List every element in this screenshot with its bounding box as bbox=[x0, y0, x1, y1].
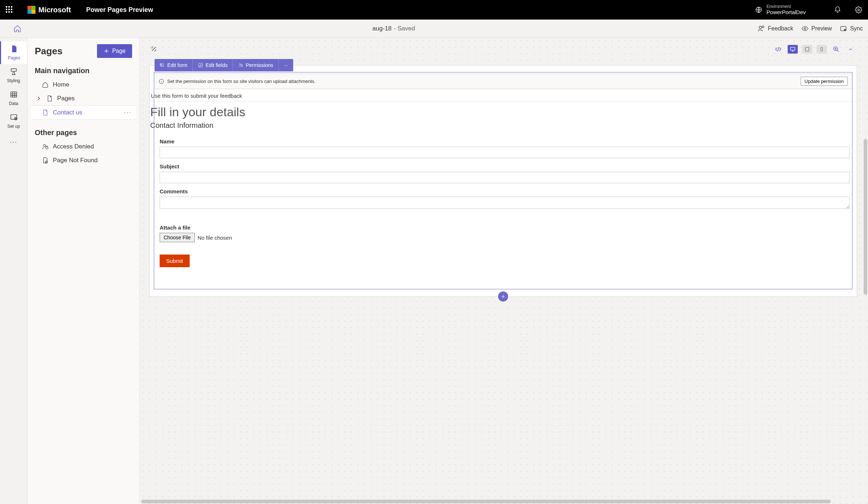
feedback-label: Feedback bbox=[768, 25, 793, 32]
page-outline-icon bbox=[46, 95, 53, 102]
environment-label: Environment bbox=[767, 4, 806, 9]
section-other-pages: Other pages bbox=[31, 125, 136, 140]
form-context-toolbar: Edit form Edit fields Permissions ··· bbox=[155, 59, 293, 71]
section-main-nav: Main navigation bbox=[31, 63, 136, 78]
svg-rect-12 bbox=[46, 147, 48, 149]
code-icon bbox=[775, 46, 781, 52]
edit-form-label: Edit form bbox=[167, 62, 187, 68]
edit-fields-label: Edit fields bbox=[206, 62, 228, 68]
rail-item-styling[interactable]: Styling bbox=[0, 64, 27, 87]
zoom-dropdown-button[interactable] bbox=[846, 45, 856, 54]
tree-label: Contact us bbox=[53, 109, 82, 116]
tree-item-access-denied[interactable]: Access Denied bbox=[31, 140, 136, 154]
rail-label: Set up bbox=[0, 124, 27, 129]
preview-button[interactable]: Preview bbox=[801, 25, 832, 32]
tree-item-pages[interactable]: Pages bbox=[31, 92, 136, 105]
page-canvas[interactable]: Edit form Edit fields Permissions ··· Se… bbox=[149, 65, 857, 297]
label-attach: Attach a file bbox=[160, 224, 850, 231]
no-file-text: No file chosen bbox=[198, 235, 232, 241]
permissions-label: Permissions bbox=[246, 62, 273, 68]
rail-item-pages[interactable]: Pages bbox=[0, 41, 27, 64]
svg-rect-19 bbox=[160, 65, 162, 66]
rail-item-more[interactable]: ··· bbox=[0, 135, 27, 150]
tree-item-page-not-found[interactable]: Page Not Found bbox=[31, 154, 136, 167]
input-name[interactable] bbox=[160, 147, 850, 158]
tree-item-more-icon[interactable]: ··· bbox=[124, 109, 131, 116]
panel-title: Pages bbox=[35, 46, 63, 57]
vertical-scrollbar[interactable] bbox=[864, 139, 867, 295]
tree-label: Access Denied bbox=[53, 143, 94, 150]
input-comments[interactable] bbox=[160, 197, 850, 209]
tree-item-contact-us[interactable]: Contact us ··· bbox=[31, 105, 136, 120]
main-area: Pages Styling Data Set up ··· Pages Page… bbox=[0, 38, 868, 504]
settings-icon[interactable] bbox=[855, 6, 862, 13]
rail-label: Pages bbox=[1, 55, 27, 60]
sync-label: Sync bbox=[850, 25, 863, 32]
zoom-button[interactable] bbox=[831, 45, 841, 54]
tree-label: Page Not Found bbox=[53, 157, 98, 164]
mobile-view-button[interactable] bbox=[817, 45, 827, 54]
person-lock-icon bbox=[42, 143, 49, 150]
plus-icon bbox=[104, 48, 109, 54]
canvas-area: Edit form Edit fields Permissions ··· Se… bbox=[140, 38, 868, 504]
label-subject: Subject bbox=[160, 163, 850, 169]
form-toolbar-more[interactable]: ··· bbox=[279, 59, 293, 71]
notifications-icon[interactable] bbox=[834, 6, 841, 13]
edit-form-button[interactable]: Edit form bbox=[155, 59, 193, 71]
svg-rect-8 bbox=[10, 92, 17, 97]
tree-label: Home bbox=[53, 81, 69, 88]
form-section-title: Contact Information bbox=[149, 121, 857, 132]
canvas-toolbar bbox=[773, 45, 856, 54]
desktop-view-button[interactable] bbox=[788, 45, 798, 54]
permissions-button[interactable]: Permissions bbox=[233, 59, 279, 71]
sync-button[interactable]: Sync bbox=[840, 25, 863, 32]
preview-icon bbox=[801, 25, 809, 32]
choose-file-button[interactable]: Choose File bbox=[160, 233, 195, 242]
svg-rect-22 bbox=[241, 65, 243, 67]
left-rail: Pages Styling Data Set up ··· bbox=[0, 38, 28, 504]
mobile-icon bbox=[819, 47, 824, 52]
setup-icon bbox=[10, 113, 18, 121]
add-section-button[interactable] bbox=[498, 291, 508, 302]
lock-person-icon bbox=[238, 63, 243, 68]
pages-panel: Pages Page Main navigation Home Pages Co… bbox=[28, 38, 140, 504]
rail-item-data[interactable]: Data bbox=[0, 87, 27, 110]
environment-picker[interactable]: Environment PowerPortalDev bbox=[749, 4, 806, 16]
submit-button[interactable]: Submit bbox=[160, 255, 190, 267]
tablet-view-button[interactable] bbox=[802, 45, 812, 54]
label-name: Name bbox=[160, 138, 850, 144]
svg-point-3 bbox=[762, 26, 764, 28]
label-comments: Comments bbox=[160, 188, 850, 194]
table-icon bbox=[10, 91, 18, 98]
rail-label: Data bbox=[0, 101, 27, 106]
form-title: Fill in your details bbox=[149, 101, 857, 121]
save-status: - Saved bbox=[394, 25, 415, 32]
sync-icon bbox=[840, 25, 847, 32]
code-view-button[interactable] bbox=[773, 45, 783, 54]
page-icon bbox=[10, 45, 18, 53]
input-subject[interactable] bbox=[160, 172, 850, 183]
app-launcher-icon[interactable] bbox=[6, 6, 13, 13]
update-permission-button[interactable]: Update permission bbox=[801, 77, 848, 86]
resize-handle-icon[interactable] bbox=[151, 46, 157, 52]
form-icon bbox=[160, 63, 165, 68]
feedback-button[interactable]: Feedback bbox=[758, 25, 793, 32]
edit-fields-button[interactable]: Edit fields bbox=[193, 59, 233, 71]
horizontal-scrollbar[interactable] bbox=[141, 500, 859, 503]
add-page-button[interactable]: Page bbox=[97, 44, 132, 58]
home-icon[interactable] bbox=[13, 25, 21, 33]
svg-point-11 bbox=[43, 144, 46, 147]
svg-rect-7 bbox=[11, 69, 16, 71]
site-name: aug-18 bbox=[372, 25, 392, 32]
microsoft-logo[interactable]: Microsoft bbox=[28, 6, 71, 14]
globe-icon bbox=[755, 6, 762, 13]
tree-item-home[interactable]: Home bbox=[31, 78, 136, 92]
brush-icon bbox=[10, 68, 18, 76]
page-blocked-icon bbox=[42, 157, 49, 164]
info-message: Set the permission on this form so site … bbox=[167, 79, 316, 84]
svg-rect-16 bbox=[821, 47, 823, 51]
home-outline-icon bbox=[42, 81, 49, 88]
form-body: Name Subject Comments Attach a file Choo… bbox=[149, 132, 857, 274]
rail-item-setup[interactable]: Set up bbox=[0, 110, 27, 133]
svg-point-21 bbox=[239, 63, 241, 65]
